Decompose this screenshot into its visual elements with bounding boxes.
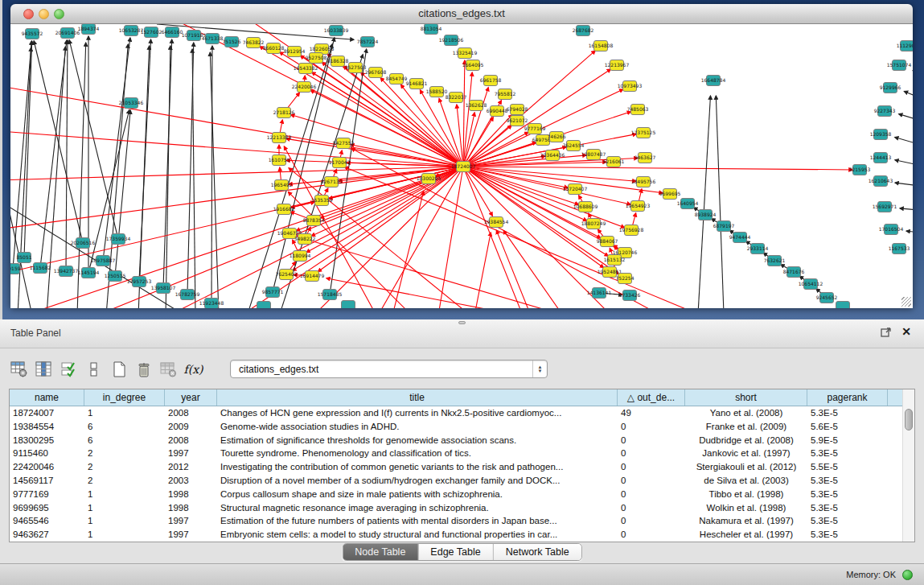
graph-node[interactable]: 1894374 (78, 24, 100, 35)
graph-node[interactable]: 9227343 (874, 106, 896, 117)
graph-edge[interactable] (13, 41, 31, 269)
clear-selection-icon[interactable] (83, 359, 105, 381)
graph-node[interactable]: 6879197 (713, 221, 735, 232)
table-row[interactable]: 946554611997Estimation of the future num… (10, 514, 914, 528)
column-header-out_degree[interactable]: △ out_de... (618, 389, 685, 406)
tab-node-table[interactable]: Node Table (343, 544, 417, 560)
graph-node[interactable]: 16914479 (300, 271, 325, 282)
graph-node[interactable]: 8660128 (263, 43, 285, 54)
graph-node[interactable]: 1115682 (30, 263, 51, 274)
graph-edge[interactable] (463, 167, 604, 268)
graph-edge[interactable] (463, 167, 636, 181)
graph-edge[interactable] (344, 167, 701, 308)
graph-node[interactable]: 15718485 (318, 290, 343, 300)
graph-edge[interactable] (163, 39, 172, 288)
graph-node[interactable]: 1733426 (619, 290, 641, 301)
graph-node[interactable]: 19654923 (626, 201, 651, 212)
column-header-year[interactable]: year (165, 389, 217, 406)
graph-node[interactable]: 7625402 (276, 270, 298, 280)
graph-edge[interactable] (463, 167, 578, 204)
graph-node[interactable]: 16648784 (701, 76, 726, 86)
graph-node[interactable]: 9129966 (880, 83, 901, 93)
graph-node[interactable]: 16782759 (175, 290, 200, 300)
tab-network-table[interactable]: Network Table (493, 544, 581, 560)
graph-node[interactable]: 14136141 (587, 288, 612, 299)
graph-node[interactable]: 13325419 (453, 48, 478, 59)
graph-node[interactable]: 7857224 (357, 37, 379, 47)
graph-node[interactable]: 7485063 (627, 105, 649, 115)
graph-edge[interactable] (895, 183, 913, 187)
graph-node[interactable]: 19756928 (619, 225, 644, 236)
graph-node[interactable]: 6216061 (603, 157, 625, 167)
column-header-name[interactable]: name (10, 389, 84, 406)
graph-edge[interactable] (298, 237, 565, 308)
network-canvas[interactable]: 9435572206914061894374106532871527602646… (10, 24, 913, 308)
graph-node[interactable]: 8912954 (284, 47, 306, 57)
graph-node[interactable]: 9884067 (597, 237, 618, 247)
graph-edge[interactable] (248, 44, 332, 308)
graph-node[interactable]: 1664095 (462, 60, 484, 71)
graph-node[interactable]: 1170042 (329, 158, 351, 168)
table-row[interactable]: 2242004622012Investigating the contribut… (10, 460, 914, 474)
graph-edge[interactable] (138, 46, 150, 308)
graph-node[interactable]: 1535359 (311, 196, 333, 206)
close-panel-icon[interactable]: ✕ (901, 325, 911, 338)
graph-node[interactable]: 16210643 (869, 176, 893, 187)
graph-node[interactable]: 1640954 (677, 199, 699, 209)
graph-edge[interactable] (895, 160, 913, 167)
graph-node[interactable]: 22420046 (292, 82, 317, 93)
graph-node[interactable]: 19218506 (439, 35, 464, 46)
graph-edge[interactable] (166, 46, 170, 308)
graph-node[interactable]: 8813054 (421, 24, 442, 35)
select-all-rows-icon[interactable] (58, 359, 80, 381)
graph-node[interactable]: 751526 (223, 37, 241, 47)
graph-node[interactable]: 1145194 (78, 268, 100, 278)
graph-node[interactable]: 9146821 (406, 79, 428, 89)
graph-edge[interactable] (463, 167, 611, 308)
function-builder-icon[interactable]: f(x) (183, 359, 204, 381)
graph-node[interactable]: 6466160 (162, 27, 183, 38)
column-header-short[interactable]: short (685, 389, 807, 406)
graph-edge[interactable] (314, 167, 463, 308)
column-header-pagerank[interactable]: pagerank (807, 389, 888, 406)
graph-node[interactable]: 39159 (10, 264, 21, 274)
graph-node[interactable]: 8454749 (386, 74, 408, 84)
graph-node[interactable]: 10975887 (91, 256, 116, 266)
graph-node[interactable]: 1167533 (889, 244, 910, 254)
graph-node[interactable]: 17375125 (631, 128, 656, 138)
graph-edge[interactable] (169, 167, 463, 308)
graph-edge[interactable] (895, 138, 913, 146)
graph-node[interactable]: 6990448 (487, 106, 508, 117)
graph-edge[interactable] (392, 192, 424, 308)
selector-stepper-icon[interactable]: ▲▼ (532, 360, 547, 377)
graph-node[interactable]: 18495756 (631, 177, 656, 187)
table-row[interactable]: 1872400712008Changes of HCN gene express… (10, 406, 914, 420)
graph-node[interactable]: 13942737 (54, 266, 79, 277)
table-settings-icon[interactable] (8, 359, 30, 381)
graph-node[interactable]: 21053346 (119, 98, 144, 109)
graph-node[interactable]: 8215953 (849, 165, 871, 175)
graph-edge[interactable] (698, 96, 710, 308)
graph-node[interactable]: 1180994 (290, 251, 311, 262)
graph-node[interactable]: 17359934 (106, 234, 131, 245)
graph-node[interactable]: 11923448 (199, 299, 224, 309)
graph-node[interactable]: 9245652 (816, 293, 838, 303)
graph-node[interactable]: 1615132 (604, 255, 626, 266)
graph-node[interactable]: 16543382 (294, 64, 318, 74)
graph-node[interactable]: 9463627 (634, 153, 656, 163)
column-header-in_degree[interactable]: in_degree (84, 389, 165, 406)
graph-node[interactable]: 9435572 (22, 29, 43, 39)
graph-node[interactable]: 1112904 (897, 41, 913, 51)
graph-edge[interactable] (463, 167, 852, 170)
graph-node[interactable]: 746266 (548, 132, 566, 142)
graph-node[interactable]: 1244413 (870, 153, 892, 163)
graph-node[interactable]: 8471676 (783, 267, 805, 278)
table-row[interactable]: 977716911998Corpus callosum shape and si… (10, 488, 914, 501)
column-visibility-icon[interactable] (33, 359, 55, 381)
table-row[interactable]: 946362711997Embryonic stem cells: a mode… (10, 528, 914, 542)
graph-edge[interactable] (900, 208, 913, 211)
float-panel-icon[interactable] (881, 327, 892, 338)
new-table-icon[interactable] (108, 359, 129, 381)
graph-node[interactable]: 16033839 (324, 26, 349, 36)
graph-node[interactable]: 85051 (16, 253, 31, 263)
